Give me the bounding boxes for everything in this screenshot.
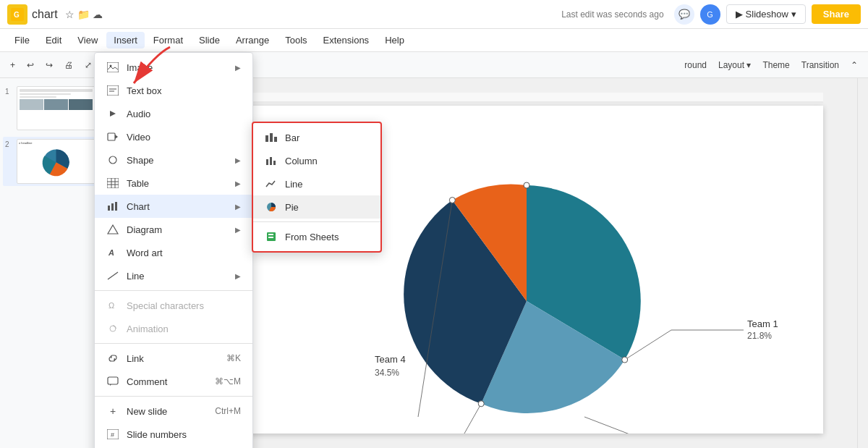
- sheets-icon: [265, 230, 278, 243]
- submenu-bar[interactable]: Bar: [253, 126, 380, 149]
- toolbar-add[interactable]: +: [6, 58, 20, 72]
- toolbar-theme[interactable]: Theme: [758, 58, 793, 72]
- menu-view[interactable]: View: [70, 32, 105, 48]
- menu-item-line[interactable]: Line ▶: [95, 264, 252, 287]
- slideshow-arrow: ▾: [791, 9, 796, 20]
- image-label: Image: [127, 62, 153, 73]
- submenu-sep: [253, 221, 380, 222]
- sep-2: [95, 343, 252, 344]
- doc-title[interactable]: chart: [32, 8, 58, 21]
- line-arrow: ▶: [235, 272, 241, 280]
- new-slide-label: New slide: [127, 406, 167, 417]
- slide-thumb-1[interactable]: 1: [3, 84, 98, 132]
- menu-item-textbox[interactable]: Text box: [95, 79, 252, 102]
- table-arrow: ▶: [235, 179, 241, 187]
- svg-text:Team 4: Team 4: [375, 354, 406, 365]
- menu-item-shape[interactable]: Shape ▶: [95, 148, 252, 172]
- submenu-from-sheets[interactable]: From Sheets: [253, 225, 380, 248]
- new-slide-shortcut: Ctrl+M: [215, 406, 241, 416]
- svg-text:Ω: Ω: [109, 301, 114, 310]
- new-slide-icon: +: [106, 405, 119, 418]
- shape-arrow: ▶: [235, 156, 241, 164]
- shape-icon: [106, 153, 119, 166]
- menu-item-chart[interactable]: Chart ▶: [95, 195, 252, 218]
- menu-insert[interactable]: Insert: [106, 32, 145, 48]
- right-scrollbar[interactable]: [857, 78, 868, 448]
- comment-icon: [106, 375, 119, 388]
- svg-rect-36: [107, 178, 119, 188]
- title-icons: ☆ 📁 ☁: [65, 9, 103, 20]
- line-label: Line: [127, 271, 145, 282]
- column-label: Column: [285, 156, 318, 166]
- shape-label: Shape: [127, 155, 154, 166]
- svg-marker-32: [110, 111, 116, 117]
- menu-item-video[interactable]: Video: [95, 125, 252, 148]
- diagram-icon: [106, 223, 119, 236]
- svg-rect-56: [274, 137, 277, 142]
- menu-item-slide-numbers[interactable]: # Slide numbers: [95, 423, 252, 446]
- toolbar-print[interactable]: 🖨: [60, 58, 77, 72]
- svg-marker-44: [108, 225, 118, 234]
- toolbar-round[interactable]: round: [680, 58, 711, 72]
- menu-item-link[interactable]: Link ⌘K: [95, 347, 252, 370]
- menu-tools[interactable]: Tools: [278, 32, 314, 48]
- sep-1: [95, 290, 252, 291]
- submenu-pie[interactable]: Pie: [253, 195, 380, 219]
- menu-slide[interactable]: Slide: [192, 32, 227, 48]
- account-button[interactable]: G: [700, 4, 720, 25]
- star-icon[interactable]: ☆: [65, 9, 75, 20]
- svg-rect-57: [266, 159, 268, 165]
- folder-icon[interactable]: 📁: [77, 9, 90, 20]
- menu-item-new-slide[interactable]: + New slide Ctrl+M: [95, 400, 252, 423]
- submenu-column[interactable]: Column: [253, 149, 380, 172]
- wordart-label: Word art: [127, 248, 163, 258]
- svg-text:#: #: [111, 431, 114, 439]
- toolbar-redo[interactable]: ↪: [41, 58, 57, 72]
- slide-thumb-2[interactable]: 2 o headline: [3, 137, 98, 185]
- menu-extensions[interactable]: Extensions: [316, 32, 377, 48]
- video-label: Video: [127, 132, 150, 143]
- menu-item-table[interactable]: Table ▶: [95, 172, 252, 195]
- menu-item-audio[interactable]: Audio: [95, 102, 252, 125]
- svg-point-35: [109, 156, 116, 164]
- cloud-icon[interactable]: ☁: [93, 9, 103, 20]
- menu-help[interactable]: Help: [378, 32, 412, 48]
- menu-format[interactable]: Format: [146, 32, 190, 48]
- from-sheets-label: From Sheets: [285, 232, 339, 242]
- menu-item-wordart[interactable]: A Word art: [95, 241, 252, 264]
- pie-chart-icon: [265, 200, 278, 214]
- menu-item-diagram[interactable]: Diagram ▶: [95, 218, 252, 241]
- textbox-label: Text box: [127, 85, 161, 96]
- menu-item-image[interactable]: Image ▶: [95, 56, 252, 79]
- bar-chart-icon: [265, 131, 278, 144]
- table-icon: [106, 177, 119, 190]
- audio-icon: [106, 107, 119, 120]
- wordart-icon: A: [106, 246, 119, 259]
- special-chars-icon: Ω: [106, 299, 119, 312]
- pie-label: Pie: [285, 202, 299, 213]
- menu-item-comment[interactable]: Comment ⌘⌥M: [95, 370, 252, 393]
- toolbar-transition[interactable]: Transition: [797, 58, 843, 72]
- toolbar-collapse[interactable]: ⌃: [846, 58, 862, 72]
- menu-edit[interactable]: Edit: [38, 32, 69, 48]
- toolbar-layout[interactable]: Layout ▾: [714, 58, 755, 72]
- menu-arrange[interactable]: Arrange: [229, 32, 276, 48]
- slideshow-button[interactable]: ▶ Slideshow ▾: [726, 4, 806, 24]
- menu-file[interactable]: File: [7, 32, 37, 48]
- svg-rect-55: [270, 133, 273, 142]
- line-icon: [106, 269, 119, 282]
- svg-point-26: [449, 198, 455, 203]
- menu-item-animation: Animation: [95, 317, 252, 340]
- pie-chart-svg: Team 1 21.8% Team 4 34.5% Te: [360, 135, 780, 434]
- link-shortcut: ⌘K: [226, 353, 241, 363]
- menu-item-special-chars: Ω Special characters: [95, 294, 252, 317]
- submenu-line[interactable]: Line: [253, 172, 380, 195]
- comments-button[interactable]: 💬: [674, 4, 694, 25]
- toolbar-undo[interactable]: ↩: [22, 58, 38, 72]
- slides-panel: 1 2 o headline: [0, 78, 101, 448]
- share-button[interactable]: Share: [812, 4, 861, 24]
- svg-line-11: [461, 404, 481, 434]
- table-label: Table: [127, 178, 149, 189]
- image-icon: [106, 61, 119, 74]
- diagram-label: Diagram: [127, 224, 162, 235]
